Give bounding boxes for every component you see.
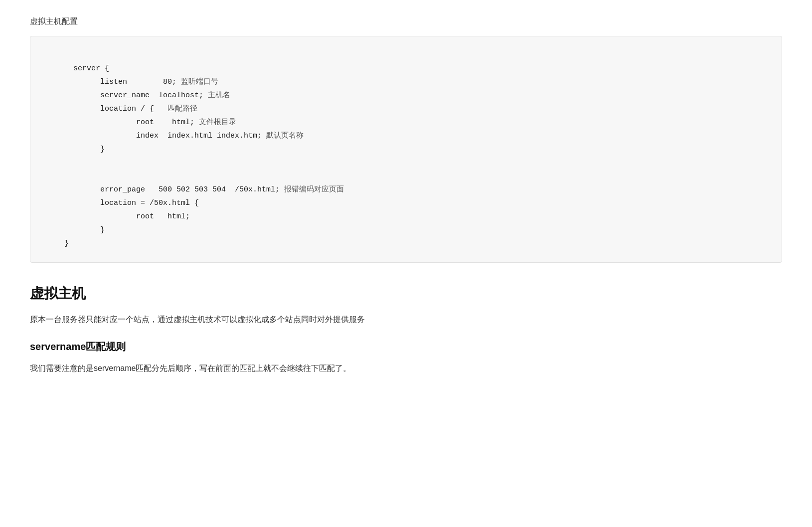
code-line-14: }: [46, 239, 69, 248]
code-comment-5: 文件根目录: [199, 118, 236, 127]
section-title-small: 虚拟主机配置: [30, 15, 782, 28]
code-line-10: error_page 500 502 503 504 /50x.html;: [46, 185, 284, 194]
code-line-11: location = /50x.html {: [46, 199, 199, 207]
code-line-5: root html;: [46, 118, 199, 127]
code-comment-2: 监听端口号: [181, 78, 218, 86]
code-comment-6: 默认页名称: [266, 132, 304, 140]
code-comment-4: 匹配路径: [167, 105, 197, 113]
section-heading: 虚拟主机: [30, 283, 782, 305]
code-line-12: root html;: [46, 212, 190, 221]
code-comment-10: 报错编码对应页面: [284, 185, 344, 194]
code-line-2: listen 80;: [46, 78, 181, 86]
code-line-4: location / {: [46, 105, 167, 113]
code-line-3: server_name localhost;: [46, 91, 208, 100]
sub-heading: servername匹配规则: [30, 339, 782, 354]
code-block: server { listen 80; 监听端口号 server_name lo…: [30, 36, 782, 263]
code-line-6: index index.html index.htm;: [46, 132, 266, 140]
sub-desc: 我们需要注意的是servername匹配分先后顺序，写在前面的匹配上就不会继续往…: [30, 361, 782, 375]
code-line-7: }: [46, 145, 105, 154]
code-line-13: }: [46, 226, 105, 234]
code-comment-3: 主机名: [208, 91, 230, 100]
section-desc: 原本一台服务器只能对应一个站点，通过虚拟主机技术可以虚拟化成多个站点同时对外提供…: [30, 313, 782, 326]
code-line-1: server {: [55, 64, 109, 73]
